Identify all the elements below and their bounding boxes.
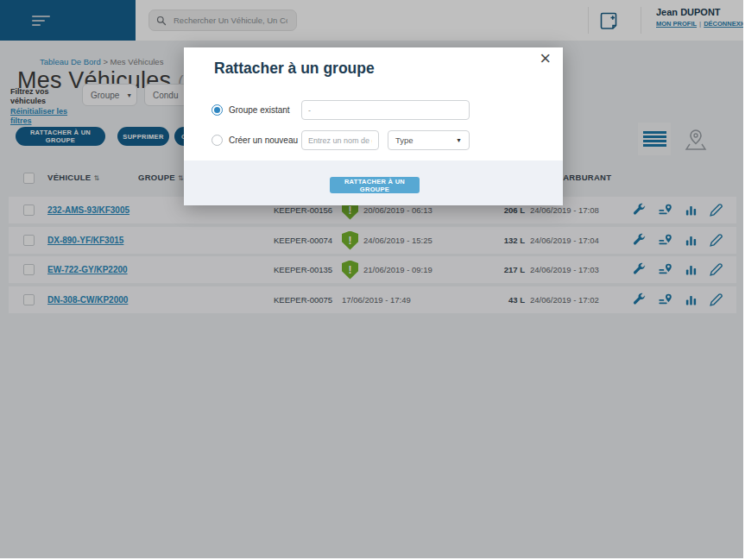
chevron-down-icon: ▼ [456,137,462,143]
new-group-name-input[interactable] [301,130,379,150]
new-group-label: Créer un nouveau [229,135,301,145]
modal-footer: RATTACHER À UN GROUPE [184,160,563,205]
group-type-select[interactable]: Type ▼ [388,130,470,150]
group-type-label: Type [395,135,414,145]
new-group-radio[interactable] [212,135,223,146]
attach-group-modal: Rattacher à un groupe × Groupe existant … [184,47,563,205]
existing-group-label: Groupe existant [229,105,301,115]
existing-group-radio[interactable] [212,104,223,116]
app-window: Jean DUPONT MON PROFIL|DÉCONNEXION Table… [0,0,743,558]
modal-attach-button[interactable]: RATTACHER À UN GROUPE [330,177,420,193]
existing-group-input[interactable] [301,100,470,120]
modal-title: Rattacher à un groupe [214,60,375,78]
close-icon[interactable]: × [540,49,551,68]
